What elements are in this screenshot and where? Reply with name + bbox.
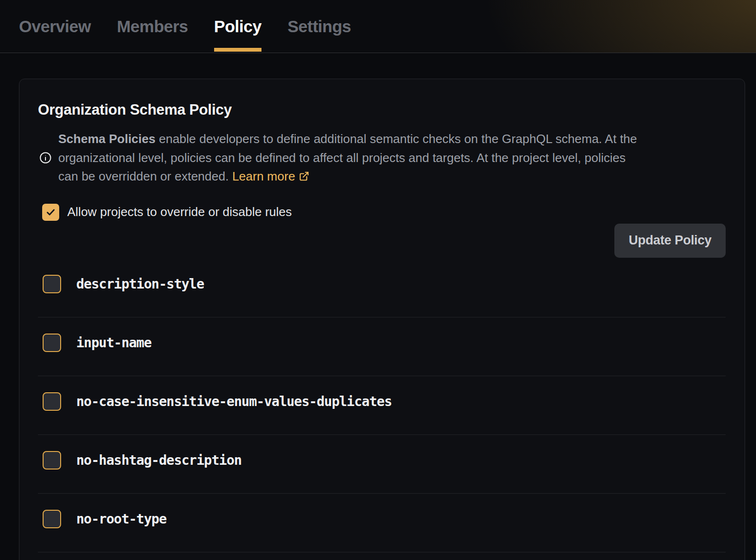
policy-description-line1: enable developers to define additional s… <box>155 132 637 146</box>
tab-label: Settings <box>288 17 351 36</box>
external-link-icon <box>299 171 309 181</box>
update-policy-button[interactable]: Update Policy <box>614 224 726 258</box>
learn-more-link[interactable]: Learn more <box>232 169 295 183</box>
policy-info-callout: Schema Policies enable developers to def… <box>38 130 726 186</box>
rule-checkbox[interactable] <box>43 392 61 411</box>
rules-list: description-style input-name no-case-ins… <box>38 259 726 552</box>
tab-members[interactable]: Members <box>117 0 188 53</box>
active-tab-underline <box>214 48 261 52</box>
policy-description-line2: organizational level, policies can be de… <box>58 151 626 165</box>
policy-description: Schema Policies enable developers to def… <box>58 130 637 186</box>
allow-override-label: Allow projects to override or disable ru… <box>67 205 292 219</box>
rule-row-input-name: input-name <box>38 317 726 376</box>
tab-label: Members <box>117 17 188 36</box>
button-row: Update Policy <box>38 224 726 258</box>
tab-policy[interactable]: Policy <box>214 0 261 53</box>
page-title: Organization Schema Policy <box>38 101 726 118</box>
rule-checkbox[interactable] <box>43 451 61 470</box>
org-tabs-nav: Overview Members Policy Settings <box>0 0 756 53</box>
schema-policy-card: Organization Schema Policy Schema Polici… <box>19 79 745 560</box>
allow-override-row: Allow projects to override or disable ru… <box>38 204 726 221</box>
tab-label: Policy <box>214 17 261 36</box>
info-circle-icon <box>39 152 52 164</box>
allow-override-checkbox[interactable] <box>42 204 59 221</box>
rule-row-no-case-insensitive-enum-values-duplicates: no-case-insensitive-enum-values-duplicat… <box>38 376 726 435</box>
rule-label: no-root-type <box>76 511 166 527</box>
rule-row-description-style: description-style <box>38 259 726 317</box>
rule-row-no-hashtag-description: no-hashtag-description <box>38 435 726 494</box>
rule-row-no-root-type: no-root-type <box>38 494 726 552</box>
checkmark-icon <box>45 207 56 217</box>
rule-checkbox[interactable] <box>43 334 61 352</box>
rule-label: input-name <box>76 335 152 351</box>
policy-description-line3: can be overridden or extended. <box>58 169 232 183</box>
tab-label: Overview <box>19 17 91 36</box>
rule-checkbox[interactable] <box>43 275 61 293</box>
rule-label: no-case-insensitive-enum-values-duplicat… <box>76 394 392 409</box>
rule-checkbox[interactable] <box>43 510 61 528</box>
rule-label: no-hashtag-description <box>76 452 242 468</box>
rule-label: description-style <box>76 276 204 292</box>
policy-description-bold: Schema Policies <box>58 132 155 146</box>
tab-settings[interactable]: Settings <box>288 0 351 53</box>
tab-overview[interactable]: Overview <box>19 0 91 53</box>
